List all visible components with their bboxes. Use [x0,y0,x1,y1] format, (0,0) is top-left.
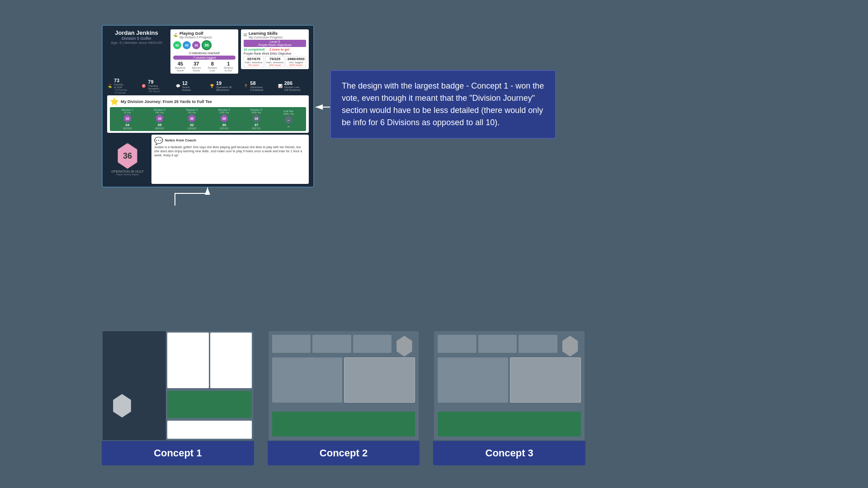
score-row: 45 BaselineScore 37 RecordScore 8 Stroke… [173,61,236,72]
concept-2-card: Concept 2 [268,330,420,465]
c2-top-row [272,335,392,353]
playing-golf-title: Playing Golf [179,31,212,36]
checkbox-icon: ☑ [244,33,247,37]
report-card: Jordan Jenkins Division 5 Golfer Age: 9 … [102,25,314,188]
chat-icon: 💬 [154,136,163,145]
training-icon: 🎯 [141,83,146,89]
strokes-stat: 📊 286 Strokes Lost(All Divisions) [278,78,309,94]
badge-row: 50 45 39 36 [173,40,236,50]
c1-journey-bar [167,391,252,418]
badge-39: 39 [192,41,200,49]
notes-section: 💬 Notes from Coach Jordan is a fantastic… [151,135,309,184]
objectives-icon: 🎖 [243,83,249,89]
concept-1-card: Concept 1 [102,330,254,465]
div3-hex: 36 [188,114,196,122]
learning-skills-box: ☑ Learning Skills My Curriculum Progress… [241,29,309,69]
c3-hexagon [561,336,579,357]
learning-skills-subtitle: My Curriculum Progress [249,36,283,39]
badge-main: 36 [202,40,212,50]
div4-hex: 36 [220,114,228,122]
c2-hexagon [395,336,413,357]
c3-mid [438,357,581,403]
div4-col: Division 4 1350 Yds 36 30 03/31/21 [208,108,240,130]
social-stat: 💬 12 SocialActions [175,78,207,94]
star-icon: ⭐ [110,97,119,106]
bottom-section: 36 OPERATION 36 GOLF Player Journey Repo… [103,135,313,187]
playing-golf-box: ⛳ Playing Golf My Division 5 Progress 50… [170,29,238,74]
concept-3-card: Concept 3 [433,330,585,465]
milestone-icon: 🏆 [209,83,215,89]
notes-title: Notes from Coach [165,138,196,142]
concept-3-label: Concept 3 [433,441,585,465]
c2-mid [272,357,415,403]
c1-right-top [166,331,253,389]
c1-notes-bar [167,421,252,439]
logo-section: 36 OPERATION 36 GOLF Player Journey Repo… [107,135,148,184]
milestones-stat: 🏆 19 Operation 36Milestones [209,78,241,94]
concept-2-preview [268,330,420,441]
stats-section: ⛳ Playing Golf My Division 5 Progress 50… [170,29,309,74]
c3-bot [438,412,581,436]
concept-3-preview [433,330,585,441]
c1-right [166,331,253,440]
full-tee-hex: -- [284,116,292,124]
div3-col: Division 3 700 Yds 36 32 12/04/20 [176,108,208,130]
report-header: Jordan Jenkins Division 5 Golfer Age: 9 … [103,26,313,76]
sub-stats: 657/675 train. sessions 50 more! 79/225 … [244,56,306,67]
div5-hex: 36 [252,114,260,122]
div5-col: Division 5 1800 Yds 36 37 08/17/21 [241,108,272,130]
social-icon: 💬 [175,83,181,89]
report-sub: Player Journey Report [116,173,139,176]
playing-golf-subtitle: My Division 5 Progress [179,36,212,39]
journey-title: My Division Journey: From 25 Yards to Fu… [121,99,212,104]
objective-text: Purple Rank Work Ethic Objective [244,52,306,55]
badge-50: 50 [173,41,181,49]
concept-1-label: Concept 1 [102,441,254,465]
c3-top [438,335,557,353]
strokes-lost: 8 StrokesLost [205,61,220,72]
div2-col: Division 2 490 Yds 36 35 08/24/20 [144,108,175,130]
progress-row: 10 completed! 2 more to go! [244,48,306,51]
golf-icon: ⛳ [173,33,178,37]
rounds-logged-badge: 7 rounds logged [173,56,236,60]
logo-hexagon: 36 [116,143,139,169]
notes-header: 💬 Notes from Coach [154,136,306,145]
concept-2-label: Concept 2 [268,441,420,465]
div1-hex: 36 [123,114,132,122]
middle-stats-row: ⛳ 73 Roundsof Golf -73 Formal-0 Casual 🎯… [103,76,313,95]
annotation-box: The design with the largest badge - Conc… [330,70,556,139]
c2-bot [272,412,415,436]
div1-col: Division 1 25 Yds 36 34 09/15/20 [112,108,143,130]
level-badge: Level 5 Purple Rank Objectives [244,40,306,47]
brand-text: OPERATION 36 GOLF [111,170,143,173]
player-name: Jordan Jenkins [107,29,166,36]
badge-45: 45 [183,41,191,49]
strokes-icon: 📊 [278,83,283,89]
concepts-row: Concept 1 Concept 2 [102,330,585,465]
journey-section: ⭐ My Division Journey: From 25 Yards to … [107,95,309,133]
notes-text: Jordan is a fantastic golfer! She says s… [154,145,306,157]
strokes-to-go: 1 Strokesto Go! [222,61,236,72]
c1-left [103,331,166,440]
full-tee-col: Full Tee 1800+ Yds -- -- [273,110,304,128]
baseline-score: 45 BaselineScore [173,61,188,72]
concept-1-preview [102,330,254,441]
journey-path: Division 1 25 Yds 36 34 09/15/20 Divisio… [110,107,306,131]
record-score: 37 RecordScore [189,61,204,72]
golf-rounds-icon: ⛳ [107,83,113,89]
learning-skills-title: Learning Skills [249,31,283,36]
training-stat: 🎯 79 TrainingSessions -48 Hours [141,78,172,94]
objectives-stat: 🎖 58 ObjectivesCompleted [243,78,274,94]
annotation-text: The design with the largest badge - Conc… [342,81,544,127]
milestones-text: 3 milestones reached! [173,52,236,55]
rounds-stat: ⛳ 73 Roundsof Golf -73 Formal-0 Casual [107,78,138,94]
div2-hex: 36 [156,114,164,122]
player-info: Jordan Jenkins Division 5 Golfer Age: 9 … [107,29,166,74]
player-meta: Age: 9 | Member since 09/01/20 [107,41,166,45]
player-division: Division 5 Golfer [107,36,166,41]
